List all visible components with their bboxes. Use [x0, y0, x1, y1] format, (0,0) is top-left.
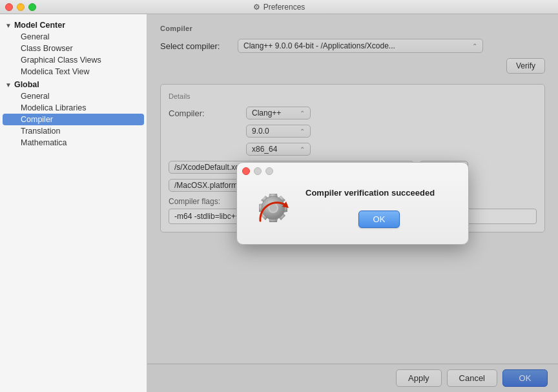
svg-point-2	[269, 204, 277, 212]
sidebar-item-translation[interactable]: Translation	[3, 125, 144, 137]
sidebar-group-label-global: Global	[14, 80, 39, 89]
window-title: ⚙ Preferences	[253, 3, 305, 12]
sidebar: ▼ Model Center General Class Browser Gra…	[0, 14, 147, 392]
window-title-text: Preferences	[264, 3, 305, 12]
title-gear-icon: ⚙	[253, 3, 260, 12]
sidebar-group-model-center: ▼ Model Center General Class Browser Gra…	[0, 19, 147, 77]
sidebar-item-compiler[interactable]: Compiler	[3, 114, 144, 125]
modal-text-area: Compiler verification succeeded OK	[305, 188, 453, 228]
sidebar-item-general-mc[interactable]: General	[3, 31, 144, 43]
modal-title-bar	[237, 163, 468, 177]
modal-content: Compiler verification succeeded OK	[237, 177, 468, 244]
modal-gear-icon	[253, 187, 294, 229]
modal-message: Compiler verification succeeded	[305, 188, 453, 198]
modal-overlay: Compiler verification succeeded OK	[147, 14, 558, 392]
sidebar-item-general-global[interactable]: General	[3, 90, 144, 102]
title-bar: ⚙ Preferences	[0, 0, 558, 14]
expand-triangle-model-center: ▼	[5, 22, 12, 29]
sidebar-item-modelica-text-view[interactable]: Modelica Text View	[3, 66, 144, 77]
sidebar-group-header-global[interactable]: ▼ Global	[0, 79, 147, 90]
sidebar-item-modelica-libraries[interactable]: Modelica Libraries	[3, 102, 144, 114]
minimize-button[interactable]	[17, 3, 25, 11]
main-layout: ▼ Model Center General Class Browser Gra…	[0, 14, 558, 392]
content-area: Compiler Select compiler: Clang++ 9.0.0 …	[147, 14, 558, 392]
modal-maximize-dot	[265, 167, 273, 175]
sidebar-item-class-browser[interactable]: Class Browser	[3, 43, 144, 54]
modal-ok-button[interactable]: OK	[358, 211, 400, 228]
modal-minimize-dot	[254, 167, 262, 175]
expand-triangle-global: ▼	[5, 81, 12, 88]
sidebar-item-mathematica[interactable]: Mathematica	[3, 137, 144, 149]
sidebar-item-graphical-class-views[interactable]: Graphical Class Views	[3, 54, 144, 66]
sidebar-group-header-model-center[interactable]: ▼ Model Center	[0, 19, 147, 31]
window-controls[interactable]	[5, 3, 36, 11]
sidebar-group-global: ▼ Global General Modelica Libraries Comp…	[0, 79, 147, 149]
close-button[interactable]	[5, 3, 13, 11]
modal-dialog: Compiler verification succeeded OK	[236, 162, 469, 245]
modal-close-dot[interactable]	[242, 167, 250, 175]
maximize-button[interactable]	[28, 3, 36, 11]
sidebar-group-label-model-center: Model Center	[14, 21, 65, 30]
